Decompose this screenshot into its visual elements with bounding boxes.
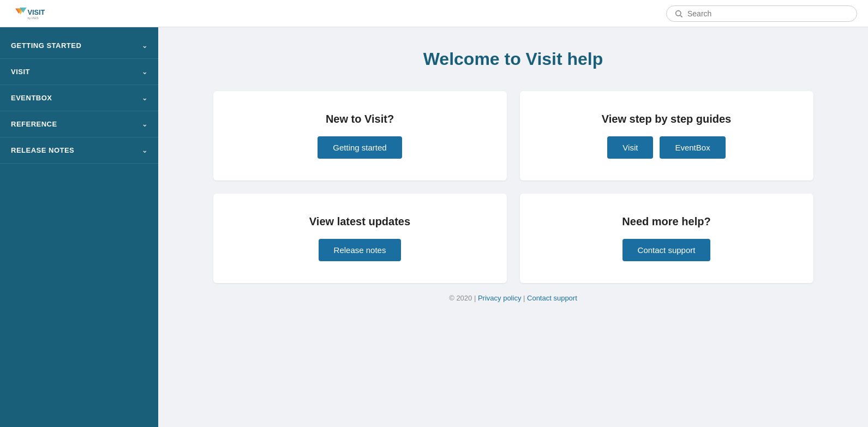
footer: © 2020 | Privacy policy | Contact suppor… <box>191 283 835 313</box>
sidebar-item-eventbox[interactable]: EVENTBOX ⌄ <box>0 85 158 111</box>
header: VISIT by IAES <box>0 0 868 27</box>
logo-area: VISIT by IAES <box>11 4 55 23</box>
chevron-down-icon: ⌄ <box>142 121 148 128</box>
card-step-by-step-buttons: Visit EventBox <box>607 136 725 159</box>
sidebar: GETTING STARTED ⌄ VISIT ⌄ EVENTBOX ⌄ REF… <box>0 27 158 427</box>
search-field[interactable] <box>666 5 857 22</box>
card-more-help: Need more help? Contact support <box>520 194 813 283</box>
sidebar-item-visit[interactable]: VISIT ⌄ <box>0 59 158 85</box>
visit-button[interactable]: Visit <box>607 136 653 159</box>
sidebar-item-getting-started[interactable]: GETTING STARTED ⌄ <box>0 33 158 59</box>
release-notes-button[interactable]: Release notes <box>319 239 402 261</box>
card-more-help-title: Need more help? <box>622 215 710 228</box>
contact-support-button[interactable]: Contact support <box>622 239 711 261</box>
card-more-help-buttons: Contact support <box>622 239 711 261</box>
sidebar-label-visit: VISIT <box>11 68 30 76</box>
sidebar-label-eventbox: EVENTBOX <box>11 94 52 102</box>
sidebar-label-reference: REFERENCE <box>11 120 57 128</box>
search-input[interactable] <box>687 9 849 18</box>
card-new-to-visit-buttons: Getting started <box>318 136 402 159</box>
sidebar-label-getting-started: GETTING STARTED <box>11 41 81 50</box>
cards-grid: New to Visit? Getting started View step … <box>213 91 813 283</box>
chevron-down-icon: ⌄ <box>142 147 148 154</box>
chevron-down-icon: ⌄ <box>142 42 148 50</box>
card-new-to-visit-title: New to Visit? <box>326 113 394 125</box>
chevron-down-icon: ⌄ <box>142 94 148 102</box>
sidebar-item-release-notes[interactable]: RELEASE NOTES ⌄ <box>0 137 158 164</box>
chevron-down-icon: ⌄ <box>142 68 148 76</box>
page-title: Welcome to Visit help <box>191 49 835 69</box>
svg-text:VISIT: VISIT <box>27 8 45 16</box>
privacy-policy-link[interactable]: Privacy policy <box>478 294 521 302</box>
card-new-to-visit: New to Visit? Getting started <box>213 91 507 181</box>
svg-text:by IAES: by IAES <box>27 16 38 20</box>
contact-support-footer-link[interactable]: Contact support <box>527 294 577 302</box>
card-step-by-step: View step by step guides Visit EventBox <box>520 91 813 181</box>
sidebar-label-release-notes: RELEASE NOTES <box>11 146 74 154</box>
card-latest-updates-title: View latest updates <box>309 215 410 228</box>
getting-started-button[interactable]: Getting started <box>318 136 402 159</box>
logo-icon: VISIT by IAES <box>11 4 55 23</box>
card-latest-updates-buttons: Release notes <box>319 239 402 261</box>
copyright-text: © 2020 | <box>449 294 476 302</box>
main-content: Welcome to Visit help New to Visit? Gett… <box>158 27 868 427</box>
sidebar-item-reference[interactable]: REFERENCE ⌄ <box>0 111 158 137</box>
card-step-by-step-title: View step by step guides <box>602 113 731 125</box>
svg-point-5 <box>676 10 681 15</box>
layout: GETTING STARTED ⌄ VISIT ⌄ EVENTBOX ⌄ REF… <box>0 27 868 427</box>
card-latest-updates: View latest updates Release notes <box>213 194 507 283</box>
search-icon <box>674 9 683 18</box>
svg-line-6 <box>680 15 682 17</box>
eventbox-button[interactable]: EventBox <box>660 136 725 159</box>
footer-separator: | <box>523 294 527 302</box>
